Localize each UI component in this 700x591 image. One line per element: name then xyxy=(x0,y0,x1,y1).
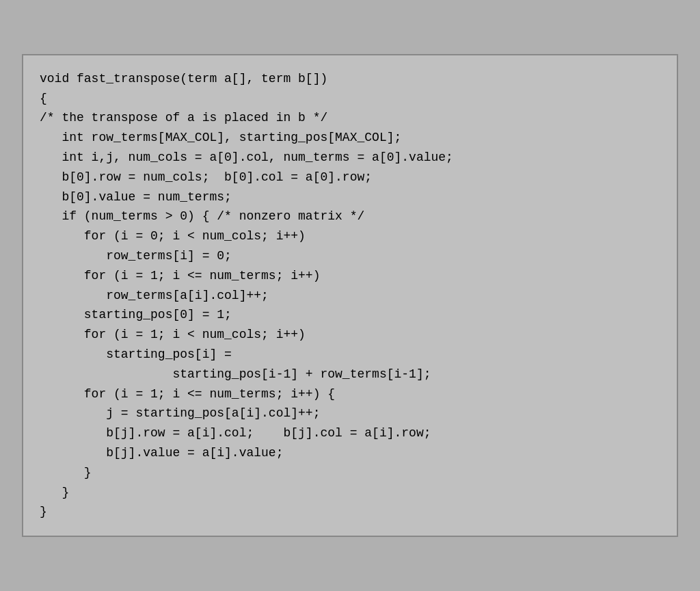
code-block: void fast_transpose(term a[], term b[]) … xyxy=(40,69,660,522)
code-container: void fast_transpose(term a[], term b[]) … xyxy=(22,54,678,537)
